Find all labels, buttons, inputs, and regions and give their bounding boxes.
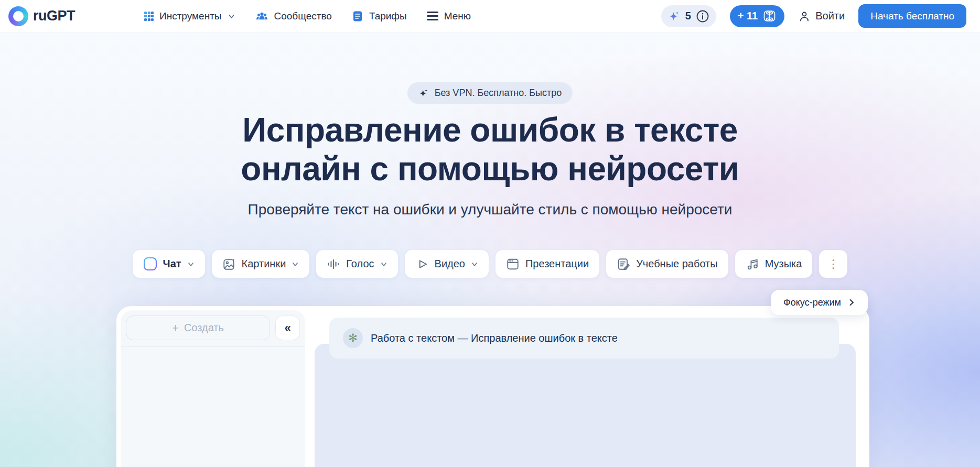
tab-label: Видео [435,258,465,270]
hero-badge: Без VPN. Бесплатно. Быстро [407,82,573,104]
focus-mode-label: Фокус-режим [783,297,841,308]
image-icon [222,257,236,271]
rugpt-ring-icon [8,6,28,26]
page-title: Исправление ошибок в тексте онлайн с пом… [241,111,739,188]
credits-count: 5 [685,10,691,22]
login-button[interactable]: Войти [798,10,845,23]
nav-right: 5 + 11 Войти На [661,4,966,28]
hero-section: Без VPN. Бесплатно. Быстро Исправление о… [0,32,980,467]
start-free-button[interactable]: Начать бесплатно [858,4,966,28]
bonus-label: + 11 [738,10,758,22]
music-icon [746,257,759,271]
voice-icon [327,257,340,271]
chat-text-icon [143,257,157,271]
focus-mode-button[interactable]: Фокус-режим [771,290,868,315]
chevron-down-icon [228,13,235,19]
tab-video[interactable]: Видео [405,250,489,278]
brand-name: ruGPT [33,8,75,24]
tab-presentations[interactable]: Презентации [496,250,599,278]
nav-item-community[interactable]: Сообщество [255,10,332,22]
openai-icon: ✻ [343,328,363,348]
nav-item-label: Меню [444,10,471,22]
tab-voice[interactable]: Голос [316,250,397,278]
title-line-2: онлайн с помощью нейросети [241,150,739,188]
dots-vertical-icon: ⋮ [827,257,839,271]
nav-item-label: Инструменты [159,10,221,22]
nav-item-tariffs[interactable]: Тарифы [352,10,407,22]
collapse-icon: « [284,321,290,335]
chat-header: ✻ Работа с текстом — Исправление ошибок … [329,318,839,359]
chat-message-area[interactable] [315,344,856,467]
nav-item-menu[interactable]: Меню [427,10,471,22]
navbar: ruGPT Инструменты Сообщество [0,0,980,32]
chevron-down-icon [380,261,387,267]
bonus-pill[interactable]: + 11 [730,5,784,27]
info-icon[interactable] [696,9,709,23]
video-icon [415,257,429,271]
study-icon [617,257,630,271]
more-tools-button[interactable]: ⋮ [819,250,847,278]
chat-sidebar: + Создать « Чтобы сохранить историю, и п… [121,310,305,467]
community-icon [255,10,268,22]
tab-study[interactable]: Учебные работы [606,250,728,278]
chat-main: ✻ Работа с текстом — Исправление ошибок … [315,310,865,467]
title-line-1: Исправление ошибок в тексте [242,111,738,149]
menu-icon [427,12,438,20]
create-label: Создать [184,322,224,334]
brand-logo[interactable]: ruGPT [8,6,75,26]
tab-label: Картинки [242,258,286,270]
credits-pill[interactable]: 5 [661,5,716,27]
tab-images[interactable]: Картинки [212,250,310,278]
gift-icon [762,9,777,23]
tab-music[interactable]: Музыка [735,250,813,278]
chat-header-title: Работа с текстом — Исправление ошибок в … [371,332,618,344]
login-label: Войти [815,10,845,22]
hero-badge-text: Без VPN. Бесплатно. Быстро [435,88,562,99]
nav-item-label: Тарифы [369,10,407,22]
sidebar-divider [121,346,305,347]
sidebar-top: + Создать « [126,316,300,340]
collapse-sidebar-button[interactable]: « [275,316,300,340]
chevron-down-icon [292,261,299,267]
tab-label: Музыка [765,258,802,270]
person-icon [798,10,811,23]
sparkle-icon [668,10,681,23]
tariffs-icon [352,10,363,22]
tab-label: Презентации [525,258,589,270]
chevron-down-icon [471,261,478,267]
sparkle-dark-icon [418,88,429,99]
main-nav: Инструменты Сообщество Тарифы [144,10,471,22]
tab-label: Голос [346,258,374,270]
plus-icon: + [172,322,179,334]
chevron-right-icon [848,298,855,307]
create-button[interactable]: + Создать [126,316,270,340]
tab-label: Учебные работы [636,258,718,270]
presentation-icon [506,257,520,271]
grid-icon [144,12,154,21]
chat-panel: + Создать « Чтобы сохранить историю, и п… [116,306,869,467]
chevron-down-icon [187,261,195,267]
tab-label: Чат [163,258,181,270]
page-subtitle: Проверяйте текст на ошибки и улучшайте с… [248,201,733,218]
nav-item-tools[interactable]: Инструменты [144,10,235,22]
nav-item-label: Сообщество [274,10,332,22]
tab-chat[interactable]: Чат [133,250,205,278]
tool-tabs: Чат Картинки [133,250,848,278]
